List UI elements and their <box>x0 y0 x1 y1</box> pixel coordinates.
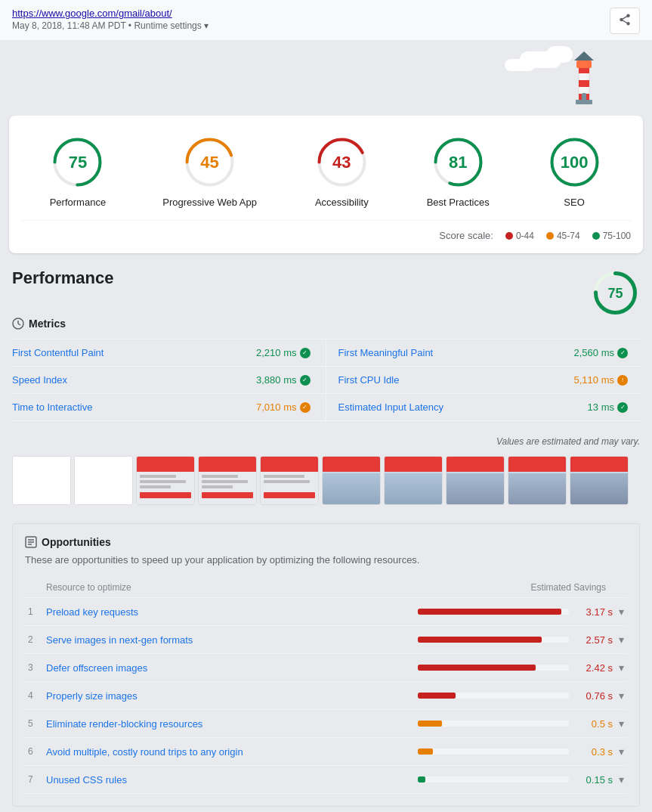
metric-name[interactable]: First Meaningful Paint <box>338 347 434 358</box>
score-circle: 81 <box>430 134 487 191</box>
filmstrip <box>12 456 640 508</box>
scale-green: 75-100 <box>592 231 631 241</box>
svg-rect-2 <box>579 80 589 87</box>
performance-score-value: 75 <box>607 285 623 301</box>
metrics-heading: Metrics <box>12 318 640 330</box>
chevron-down-icon[interactable]: ▾ <box>619 606 624 618</box>
metric-name[interactable]: First CPU Idle <box>338 374 400 386</box>
score-label: SEO <box>564 197 584 208</box>
opportunity-row[interactable]: 3 Defer offscreen images 2.42 s ▾ <box>25 654 627 682</box>
score-item-progressive-web-app[interactable]: 45 Progressive Web App <box>162 134 257 208</box>
opp-num: 6 <box>28 746 40 757</box>
chevron-down-icon[interactable]: ▾ <box>619 745 624 758</box>
status-dot-green: ✓ <box>617 348 628 358</box>
opportunity-row[interactable]: 2 Serve images in next-gen formats 2.57 … <box>25 626 627 654</box>
metric-row: First CPU Idle 5,110 ms ! <box>326 367 641 394</box>
opp-savings: 0.3 s <box>575 746 613 758</box>
chevron-down-icon[interactable]: ▾ <box>619 717 624 730</box>
opportunity-row[interactable]: 7 Unused CSS rules 0.15 s ▾ <box>25 766 627 794</box>
opp-name: Defer offscreen images <box>46 662 412 674</box>
score-number: 81 <box>449 153 467 172</box>
metric-row: Speed Index 3,880 ms ✓ <box>12 367 326 394</box>
filmstrip-frame-7 <box>384 456 443 505</box>
opp-bar-container <box>418 609 569 615</box>
runtime-settings-link[interactable]: Runtime settings <box>134 20 201 31</box>
opp-num: 3 <box>28 662 40 673</box>
opp-name: Serve images in next-gen formats <box>46 634 412 646</box>
chevron-down-icon[interactable]: ▾ <box>619 690 624 702</box>
opportunity-row[interactable]: 6 Avoid multiple, costly round trips to … <box>25 738 627 766</box>
metric-value: 5,110 ms ! <box>574 374 628 386</box>
metric-row: First Meaningful Paint 2,560 ms ✓ <box>326 339 641 367</box>
col-resource: Resource to optimize <box>46 582 131 593</box>
opportunities-section: Opportunities These are opportunities to… <box>12 523 640 807</box>
chevron-down-icon[interactable]: ▾ <box>619 634 624 646</box>
score-item-accessibility[interactable]: 43 Accessibility <box>314 134 370 208</box>
filmstrip-frame-3 <box>136 456 195 505</box>
opportunity-row[interactable]: 4 Properly size images 0.76 s ▾ <box>25 682 627 710</box>
performance-title: Performance <box>12 268 114 288</box>
filmstrip-frame-9 <box>508 456 567 505</box>
metric-value: 2,210 ms ✓ <box>256 347 310 358</box>
main-content: Performance 75 Metrics First Contentful … <box>0 253 652 812</box>
clock-icon <box>12 318 24 330</box>
opportunities-list: 1 Preload key requests 3.17 s ▾ 2 Serve … <box>25 598 627 794</box>
scale-label: Score scale: <box>439 230 493 241</box>
chevron-down-icon[interactable]: ▾ <box>619 662 624 674</box>
chevron-down-icon[interactable]: ▾ <box>619 773 624 786</box>
scale-dot-red <box>505 232 513 240</box>
opp-bar-container <box>418 776 569 783</box>
opp-savings: 2.57 s <box>575 634 613 646</box>
opp-bar-container <box>418 721 569 727</box>
share-button[interactable] <box>610 8 640 34</box>
filmstrip-frame-10 <box>570 456 629 505</box>
opportunity-row[interactable]: 5 Eliminate render-blocking resources 0.… <box>25 710 627 738</box>
score-item-performance[interactable]: 75 Performance <box>49 134 106 208</box>
score-circle: 45 <box>181 134 238 191</box>
metrics-grid: First Contentful Paint 2,210 ms ✓ First … <box>12 339 640 421</box>
scale-orange-label: 45-74 <box>557 231 580 241</box>
score-label: Accessibility <box>315 197 369 208</box>
scale-green-label: 75-100 <box>603 231 631 241</box>
opp-num: 1 <box>28 606 40 617</box>
score-label: Progressive Web App <box>162 197 257 208</box>
svg-rect-4 <box>576 60 592 68</box>
opp-bar <box>418 665 536 671</box>
opportunity-row[interactable]: 1 Preload key requests 3.17 s ▾ <box>25 598 627 626</box>
scale-dot-orange <box>546 232 554 240</box>
page-url[interactable]: https://www.google.com/gmail/about/ <box>12 8 209 19</box>
opp-name: Properly size images <box>46 690 412 702</box>
opp-bar-container <box>418 665 569 671</box>
scores-row: 75 Performance 45 Progressive Web App 43… <box>21 134 631 208</box>
metric-row: First Contentful Paint 2,210 ms ✓ <box>12 339 326 367</box>
status-dot-orange: ! <box>617 375 628 386</box>
scores-card: 75 Performance 45 Progressive Web App 43… <box>9 116 643 253</box>
score-circle: 100 <box>546 134 603 191</box>
metric-name[interactable]: Time to Interactive <box>12 401 92 413</box>
metric-value: 2,560 ms ✓ <box>574 347 628 358</box>
opp-bar <box>418 637 542 643</box>
opp-bar <box>418 693 456 699</box>
opportunities-table-header: Resource to optimize Estimated Savings <box>25 578 627 598</box>
metric-name[interactable]: First Contentful Paint <box>12 347 104 358</box>
opp-num: 2 <box>28 634 40 645</box>
svg-marker-5 <box>574 51 594 60</box>
values-note: Values are estimated and may vary. <box>12 436 640 447</box>
score-item-best-practices[interactable]: 81 Best Practices <box>427 134 490 208</box>
opp-bar-container <box>418 693 569 699</box>
opp-savings: 2.42 s <box>575 662 613 674</box>
opp-bar-container <box>418 748 569 755</box>
performance-section-header: Performance 75 <box>12 268 640 318</box>
opp-name: Preload key requests <box>46 606 412 618</box>
opp-num: 4 <box>28 690 40 701</box>
score-item-seo[interactable]: 100 SEO <box>546 134 603 208</box>
opp-name: Avoid multiple, costly round trips to an… <box>46 746 412 758</box>
scale-red: 0-44 <box>505 231 534 241</box>
opp-savings: 0.76 s <box>575 690 613 702</box>
status-dot-green: ✓ <box>300 348 311 358</box>
metric-name[interactable]: Speed Index <box>12 374 67 386</box>
score-number: 100 <box>561 153 589 172</box>
status-dot-orange: ✓ <box>300 402 311 413</box>
score-circle: 75 <box>49 134 106 191</box>
metric-name[interactable]: Estimated Input Latency <box>338 401 443 413</box>
